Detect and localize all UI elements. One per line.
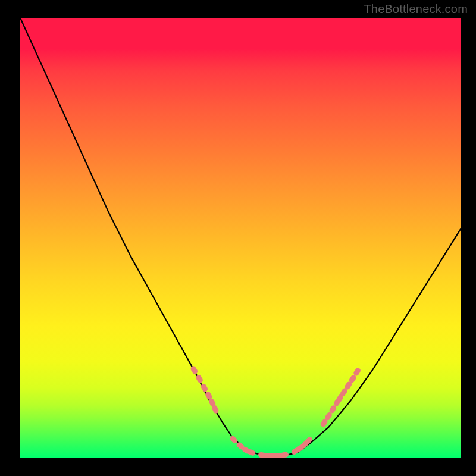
marker-group: [190, 365, 362, 458]
chart-frame: TheBottleneck.com: [0, 0, 476, 476]
marker-point: [229, 435, 239, 444]
bottleneck-curve: [20, 18, 461, 456]
bottleneck-chart: [20, 18, 461, 458]
marker-point: [190, 365, 199, 375]
marker-point: [280, 452, 289, 458]
watermark-text: TheBottleneck.com: [364, 2, 468, 16]
